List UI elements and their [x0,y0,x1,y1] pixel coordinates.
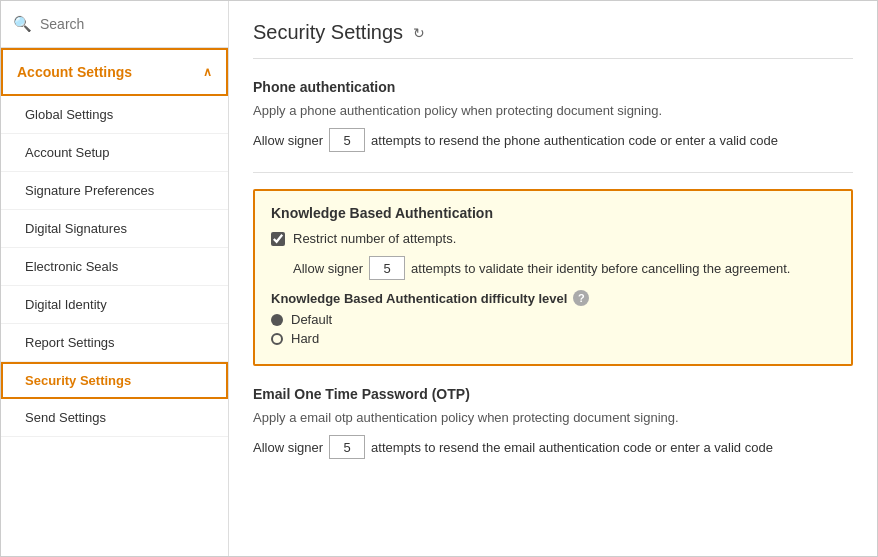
kba-default-row[interactable]: Default [271,312,835,327]
sidebar-item-report-settings[interactable]: Report Settings [1,324,228,362]
kba-section: Knowledge Based Authentication Restrict … [253,189,853,366]
sidebar-item-global-settings[interactable]: Global Settings [1,96,228,134]
phone-auth-section: Phone authentication Apply a phone authe… [253,79,853,152]
search-bar[interactable]: 🔍 [1,1,228,48]
chevron-up-icon: ∧ [203,65,212,79]
kba-restrict-label: Restrict number of attempts. [293,231,456,246]
phone-auth-desc: Apply a phone authentication policy when… [253,103,853,118]
radio-empty-icon [271,333,283,345]
email-attempts-input[interactable] [329,435,365,459]
email-otp-desc: Apply a email otp authentication policy … [253,410,853,425]
phone-allow-signer-suffix: attempts to resend the phone authenticat… [371,133,778,148]
nav-items-list: Global SettingsAccount SetupSignature Pr… [1,96,228,437]
email-allow-signer-suffix: attempts to resend the email authenticat… [371,440,773,455]
kba-allow-signer-suffix: attempts to validate their identity befo… [411,261,790,276]
kba-title: Knowledge Based Authentication [271,205,835,221]
search-icon: 🔍 [13,15,32,33]
email-otp-section: Email One Time Password (OTP) Apply a em… [253,386,853,459]
kba-attempts-input[interactable] [369,256,405,280]
sidebar: 🔍 Account Settings ∧ Global SettingsAcco… [1,1,229,556]
sidebar-item-electronic-seals[interactable]: Electronic Seals [1,248,228,286]
sidebar-item-send-settings[interactable]: Send Settings [1,399,228,437]
kba-hard-label: Hard [291,331,319,346]
phone-attempts-input[interactable] [329,128,365,152]
account-settings-header[interactable]: Account Settings ∧ [1,48,228,96]
kba-inner: Restrict number of attempts. Allow signe… [271,231,835,350]
search-input[interactable] [40,16,216,32]
account-settings-label: Account Settings [17,64,132,80]
divider-1 [253,172,853,173]
page-title: Security Settings [253,21,403,44]
phone-auth-row: Allow signer attempts to resend the phon… [253,128,853,152]
kba-attempts-row: Allow signer attempts to validate their … [271,256,835,280]
sidebar-item-account-setup[interactable]: Account Setup [1,134,228,172]
kba-default-label: Default [291,312,332,327]
sidebar-item-signature-preferences[interactable]: Signature Preferences [1,172,228,210]
kba-difficulty-block: Knowledge Based Authentication difficult… [271,290,835,350]
kba-difficulty-label: Knowledge Based Authentication difficult… [271,290,835,306]
sidebar-item-digital-signatures[interactable]: Digital Signatures [1,210,228,248]
email-otp-title: Email One Time Password (OTP) [253,386,853,402]
phone-auth-title: Phone authentication [253,79,853,95]
kba-restrict-row[interactable]: Restrict number of attempts. [271,231,835,246]
sidebar-item-digital-identity[interactable]: Digital Identity [1,286,228,324]
phone-allow-signer-prefix: Allow signer [253,133,323,148]
refresh-icon[interactable]: ↻ [413,25,425,41]
email-allow-signer-prefix: Allow signer [253,440,323,455]
kba-restrict-checkbox[interactable] [271,232,285,246]
kba-allow-signer-prefix: Allow signer [293,261,363,276]
email-otp-row: Allow signer attempts to resend the emai… [253,435,853,459]
page-header: Security Settings ↻ [253,21,853,59]
main-content: Security Settings ↻ Phone authentication… [229,1,877,556]
radio-filled-icon [271,314,283,326]
help-icon[interactable]: ? [573,290,589,306]
kba-hard-row[interactable]: Hard [271,331,835,346]
sidebar-item-security-settings[interactable]: Security Settings [1,362,228,399]
